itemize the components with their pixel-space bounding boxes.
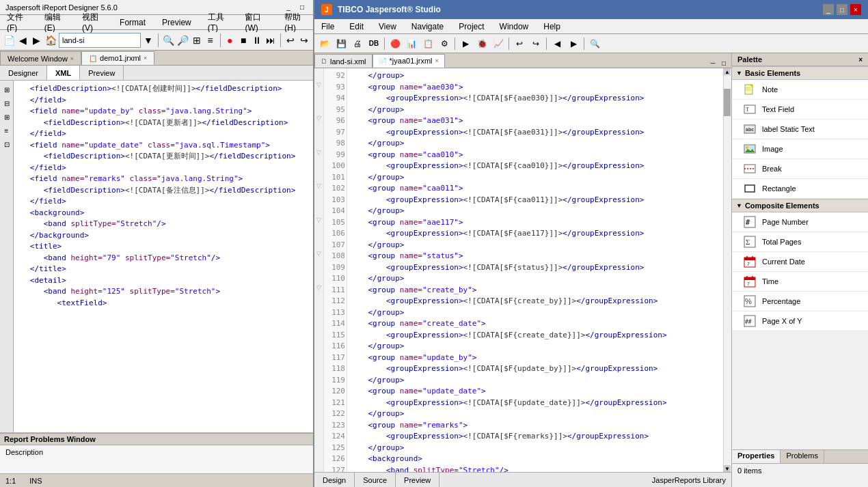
back-button[interactable]: ◀ xyxy=(17,32,29,48)
side-btn-4[interactable]: ≡ xyxy=(1,124,13,137)
studio-run[interactable]: ▶ xyxy=(458,36,473,51)
scroll-thumb[interactable] xyxy=(724,89,731,116)
menu-preview[interactable]: Preview xyxy=(158,16,195,29)
side-btn-2[interactable]: ⊟ xyxy=(1,97,13,109)
studio-menu-help[interactable]: Help xyxy=(539,20,565,33)
design-tab-preview[interactable]: Preview xyxy=(396,473,439,487)
step-button[interactable]: ⏭ xyxy=(265,32,277,48)
studio-back[interactable]: ◀ xyxy=(550,36,565,51)
studio-menu-view[interactable]: View xyxy=(375,20,401,33)
palette-item-textfield[interactable]: T Text Field xyxy=(732,100,868,120)
studio-btn-c[interactable]: 📋 xyxy=(420,36,435,51)
studio-menu-edit[interactable]: Edit xyxy=(345,20,368,33)
ln-102: 102 xyxy=(324,182,345,194)
forward-button[interactable]: ▶ xyxy=(31,32,43,48)
side-btn-5[interactable]: ⊡ xyxy=(1,138,13,150)
palette-item-time[interactable]: 7 Time xyxy=(732,272,868,292)
palette-item-pagexofy[interactable]: ## Page X of Y xyxy=(732,311,868,331)
tab-demo1-close[interactable]: × xyxy=(144,55,147,61)
scroll-up[interactable]: ▲ xyxy=(724,68,731,75)
editor-minimize-btn[interactable]: ─ xyxy=(708,58,718,68)
studio-line-113: </group> xyxy=(350,307,720,318)
studio-minimize[interactable]: _ xyxy=(823,4,834,15)
basic-elements-section: ▼ Basic Elements Note T xyxy=(732,66,868,199)
design-tab-source[interactable]: Source xyxy=(355,473,396,487)
scroll-down[interactable]: ▼ xyxy=(724,465,731,472)
studio-undo[interactable]: ↩ xyxy=(512,36,527,51)
problems-tab[interactable]: Problems xyxy=(781,450,824,463)
studio-xml-code[interactable]: </group> <group name="aae030"> <groupExp… xyxy=(347,68,723,472)
menu-tools[interactable]: 工具(T) xyxy=(204,10,233,34)
studio-save[interactable]: 💾 xyxy=(334,36,349,51)
properties-tab[interactable]: Properties xyxy=(732,450,781,463)
pause-button[interactable]: ⏸ xyxy=(251,32,263,48)
studio-tab-close[interactable]: × xyxy=(435,57,439,64)
studio-open-type[interactable]: 🔍 xyxy=(587,36,602,51)
menu-window[interactable]: 窗口(W) xyxy=(241,10,272,34)
location-input[interactable] xyxy=(59,33,141,48)
palette-close[interactable]: × xyxy=(858,56,863,64)
studio-new[interactable]: 📂 xyxy=(317,36,332,51)
studio-redo[interactable]: ↪ xyxy=(528,36,543,51)
menu-help[interactable]: 帮助(H) xyxy=(280,10,310,34)
studio-menu-file[interactable]: File xyxy=(317,20,338,33)
stop-button[interactable]: ■ xyxy=(237,32,249,48)
studio-menu-navigate[interactable]: Navigate xyxy=(407,20,448,33)
palette-item-note[interactable]: Note xyxy=(732,80,868,100)
properties-panel: Properties Problems 0 items xyxy=(732,449,868,487)
studio-db[interactable]: DB xyxy=(366,36,381,51)
home-button[interactable]: 🏠 xyxy=(44,32,57,48)
go-button[interactable]: ▼ xyxy=(142,32,154,48)
studio-tab-jyaa01[interactable]: 📄 *jyaa01.jrxml × xyxy=(372,54,445,68)
palette-item-rectangle[interactable]: Rectangle xyxy=(732,179,868,199)
palette-item-percentage[interactable]: % Percentage xyxy=(732,292,868,311)
vertical-scrollbar[interactable]: ▲ ▼ xyxy=(723,68,731,472)
side-btn-1[interactable]: ⊞ xyxy=(1,83,13,96)
zoom-out-button[interactable]: 🔎 xyxy=(176,32,189,48)
palette-item-pagenumber[interactable]: # Page Number xyxy=(732,212,868,232)
studio-btn-d[interactable]: ⚙ xyxy=(437,36,452,51)
undo-button[interactable]: ↩ xyxy=(284,32,297,48)
studio-maximize[interactable]: □ xyxy=(837,4,847,15)
palette-item-statictext[interactable]: abc label Static Text xyxy=(732,120,868,139)
editor-maximize-btn[interactable]: □ xyxy=(719,58,729,68)
menu-view[interactable]: 视图(V) xyxy=(78,10,107,34)
scroll-track[interactable] xyxy=(724,75,731,465)
menu-format[interactable]: Format xyxy=(116,16,150,29)
tab-welcome-close[interactable]: × xyxy=(70,55,74,62)
view-tab-xml[interactable]: XML xyxy=(47,66,80,80)
studio-profile[interactable]: 📈 xyxy=(491,36,506,51)
redo-button[interactable]: ↪ xyxy=(298,32,310,48)
zoom-in-button[interactable]: 🔍 xyxy=(162,32,175,48)
studio-menu-window[interactable]: Window xyxy=(496,20,533,33)
studio-tab-landsi[interactable]: 🗋 land-si.xml xyxy=(314,54,372,68)
fold-13 xyxy=(314,205,323,217)
studio-btn-b[interactable]: 📊 xyxy=(404,36,419,51)
menu-file[interactable]: 文件(F) xyxy=(3,10,32,34)
view-tab-preview[interactable]: Preview xyxy=(80,66,124,80)
new-button[interactable]: 📄 xyxy=(3,32,16,48)
ireport-code-content[interactable]: <fieldDescription><![CDATA[创建时间]]></fiel… xyxy=(14,81,313,432)
tab-welcome[interactable]: Welcome Window × xyxy=(0,51,81,65)
studio-menu-project[interactable]: Project xyxy=(455,20,488,33)
align-button[interactable]: ≡ xyxy=(204,32,217,48)
studio-line-107: </group> xyxy=(350,239,720,251)
side-btn-3[interactable]: ⊞ xyxy=(1,111,13,123)
view-tab-designer[interactable]: Designer xyxy=(0,66,47,80)
studio-debug[interactable]: 🐞 xyxy=(474,36,489,51)
palette-item-currentdate[interactable]: 7 Current Date xyxy=(732,252,868,272)
menu-edit[interactable]: 编辑(E) xyxy=(40,10,70,34)
basic-elements-header[interactable]: ▼ Basic Elements xyxy=(732,66,868,80)
fit-button[interactable]: ⊞ xyxy=(191,32,203,48)
studio-close[interactable]: × xyxy=(850,4,861,15)
palette-item-totalpages[interactable]: Σ Total Pages xyxy=(732,232,868,252)
studio-print[interactable]: 🖨 xyxy=(350,36,365,51)
run-button[interactable]: ● xyxy=(223,32,236,48)
tab-demo1[interactable]: 📋 demo1.jrxml × xyxy=(81,51,154,65)
palette-item-break[interactable]: Break xyxy=(732,159,868,179)
design-tab-design[interactable]: Design xyxy=(314,473,355,487)
composite-elements-header[interactable]: ▼ Composite Elements xyxy=(732,199,868,212)
studio-fwd[interactable]: ▶ xyxy=(566,36,581,51)
palette-item-image[interactable]: Image xyxy=(732,139,868,159)
studio-btn-a[interactable]: 🔴 xyxy=(388,36,403,51)
